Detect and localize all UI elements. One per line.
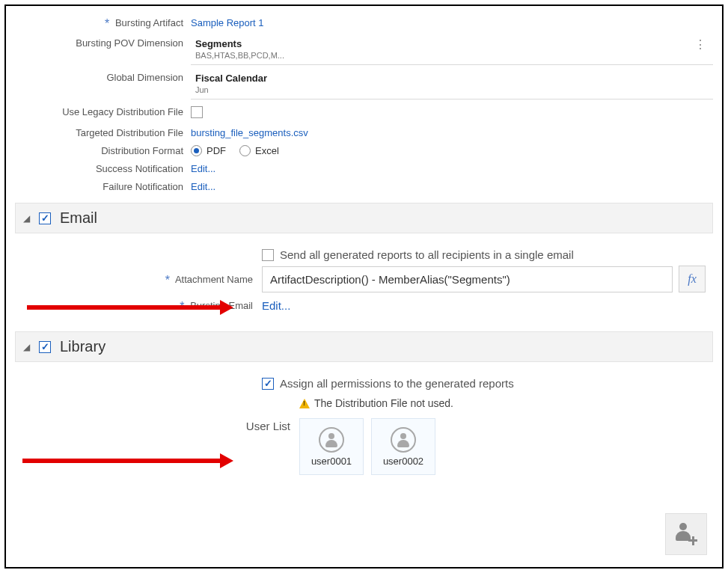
user-card[interactable]: user0002 [371, 418, 435, 475]
distribution-format-label: Distribution Format [15, 143, 191, 156]
email-section-header: ◢ ✓ Email [15, 203, 713, 233]
collapse-icon[interactable]: ◢ [23, 213, 30, 224]
annotation-arrow [27, 305, 221, 310]
distribution-format-excel-radio[interactable]: Excel [239, 145, 279, 156]
send-all-label: Send all generated reports to all recipi… [280, 248, 574, 261]
library-section-enable-checkbox[interactable]: ✓ [39, 341, 51, 353]
more-icon[interactable]: ⋮ [694, 40, 707, 50]
global-dimension-label: Global Dimension [15, 70, 191, 83]
global-dimension-field[interactable]: Fiscal Calendar Jun [191, 70, 713, 99]
bursting-pov-subvalue: BAS,HTAS,BB,PCD,M... [195, 51, 709, 60]
distribution-format-pdf-radio[interactable]: PDF [191, 145, 226, 156]
assign-all-checkbox[interactable]: ✓ [262, 378, 274, 390]
library-section-header: ◢ ✓ Library [15, 331, 713, 362]
use-legacy-label: Use Legacy Distribution File [15, 104, 191, 117]
use-legacy-checkbox[interactable] [191, 106, 203, 118]
failure-notification-edit[interactable]: Edit... [191, 179, 215, 192]
bursting-pov-value: Segments [195, 38, 709, 49]
send-all-checkbox[interactable] [262, 249, 274, 261]
user-list-label: User List [22, 417, 299, 432]
bursting-pov-dimension-field[interactable]: Segments BAS,HTAS,BB,PCD,M... ⋮ [191, 35, 713, 65]
bursting-artifact-link[interactable]: Sample Report 1 [191, 15, 264, 28]
library-section-title: Library [60, 338, 105, 355]
failure-notification-label: Failure Notification [15, 179, 191, 192]
bursting-pov-dimension-label: Bursting POV Dimension [15, 35, 191, 49]
required-icon: * [105, 17, 109, 30]
email-section-title: Email [60, 209, 97, 227]
targeted-distribution-file-label: Targeted Distribution File [15, 125, 191, 138]
bursting-artifact-label: * Bursting Artifact [15, 15, 191, 31]
radio-label-pdf: PDF [207, 145, 226, 156]
user-name: user0002 [383, 456, 423, 467]
add-user-button[interactable] [665, 513, 707, 555]
fx-button[interactable]: fx [679, 266, 706, 292]
user-name: user0001 [311, 456, 352, 467]
user-card[interactable]: user0001 [299, 418, 364, 475]
global-dimension-value: Fiscal Calendar [195, 73, 709, 84]
add-user-icon [675, 523, 697, 545]
success-notification-edit[interactable]: Edit... [191, 161, 215, 174]
user-icon [391, 427, 416, 453]
user-icon [319, 427, 344, 453]
warning-icon [299, 399, 310, 408]
targeted-distribution-file-link[interactable]: bursting_file_segments.csv [191, 125, 308, 138]
annotation-arrow [22, 459, 221, 463]
attachment-name-label: * Attachment Name [22, 271, 262, 287]
required-icon: * [165, 274, 170, 286]
collapse-icon[interactable]: ◢ [23, 342, 30, 352]
global-dimension-subvalue: Jun [195, 85, 709, 94]
bursting-email-edit[interactable]: Edit... [262, 297, 290, 312]
success-notification-label: Success Notification [15, 161, 191, 174]
warning-text: The Distribution File not used. [314, 397, 453, 409]
assign-all-label: Assign all permissions to the generated … [280, 377, 514, 390]
radio-label-excel: Excel [255, 145, 279, 156]
attachment-name-input[interactable] [262, 266, 673, 292]
email-section-enable-checkbox[interactable]: ✓ [39, 212, 51, 224]
